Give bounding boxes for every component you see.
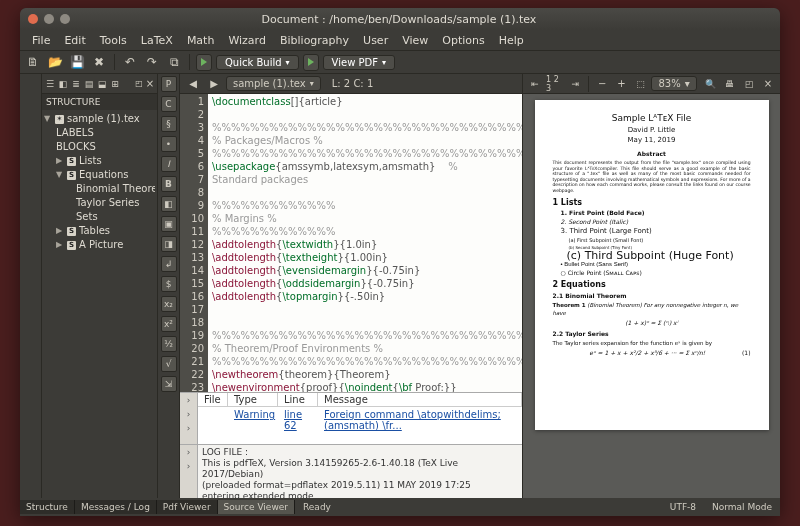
structure-close-icon[interactable]: × <box>145 79 155 89</box>
save-file-icon[interactable]: 💾 <box>68 53 86 71</box>
menu-tools[interactable]: Tools <box>94 32 133 49</box>
messages-col-type[interactable]: Type <box>228 393 278 406</box>
messages-chev-2[interactable]: › <box>187 407 191 421</box>
status-tab-messages[interactable]: Messages / Log <box>75 500 157 514</box>
messages-panel: › › › File Type Line Message W <box>180 392 522 444</box>
undo-icon[interactable]: ↶ <box>121 53 139 71</box>
pdf-search-icon[interactable]: 🔍 <box>703 75 719 93</box>
pdf-close-icon[interactable]: × <box>760 75 776 93</box>
new-file-icon[interactable]: 🗎 <box>24 53 42 71</box>
pdf-zoom-out-icon[interactable]: − <box>594 75 610 93</box>
structure-tool-5[interactable]: ⬓ <box>96 78 108 90</box>
tab-prev-icon[interactable]: ◀ <box>184 75 202 93</box>
open-file-icon[interactable]: 📂 <box>46 53 64 71</box>
quickbuild-dropdown[interactable]: Quick Build ▾ <box>216 55 299 70</box>
tree-sets[interactable]: Sets <box>44 210 155 224</box>
vtool-sup-icon[interactable]: x² <box>161 316 177 332</box>
pdf-popout-icon[interactable]: ◰ <box>741 75 757 93</box>
structure-tool-2[interactable]: ◧ <box>57 78 69 90</box>
status-encoding: UTF-8 <box>662 502 704 512</box>
vtool-section-icon[interactable]: § <box>161 116 177 132</box>
close-file-icon[interactable]: ✖ <box>90 53 108 71</box>
structure-tool-6[interactable]: ⊞ <box>109 78 121 90</box>
menu-user[interactable]: User <box>357 32 394 49</box>
pdf-zoom-dropdown[interactable]: 83% ▾ <box>651 76 696 91</box>
pdf-print-icon[interactable]: 🖶 <box>722 75 738 93</box>
vtool-chapter-icon[interactable]: C <box>161 96 177 112</box>
log-chev-2[interactable]: › <box>187 459 191 473</box>
status-tab-structure[interactable]: Structure <box>20 500 75 514</box>
structure-tool-3[interactable]: ≣ <box>70 78 82 90</box>
code-editor[interactable]: 1234567891011121314151617181920212223242… <box>180 94 522 392</box>
menu-view[interactable]: View <box>396 32 434 49</box>
menu-math[interactable]: Math <box>181 32 221 49</box>
vtool-frac-icon[interactable]: ½ <box>161 336 177 352</box>
code-area[interactable]: \documentclass[]{article} %%%%%%%%%%%%%%… <box>208 94 522 392</box>
pdf-fit-icon[interactable]: ⬚ <box>632 75 648 93</box>
tree-root[interactable]: ▼✶sample (1).tex <box>44 112 155 126</box>
status-tab-pdfviewer[interactable]: Pdf Viewer <box>157 500 218 514</box>
pdf-first-page-icon[interactable]: ⇤ <box>527 75 543 93</box>
messages-col-message[interactable]: Message <box>318 393 522 406</box>
tree-picture[interactable]: ▶SA Picture <box>44 238 155 252</box>
menu-bibliography[interactable]: Bibliography <box>274 32 355 49</box>
run-button[interactable] <box>196 54 212 71</box>
menu-latex[interactable]: LaTeX <box>135 32 179 49</box>
vtool-right-icon[interactable]: ◨ <box>161 236 177 252</box>
viewpdf-dropdown[interactable]: View PDF ▾ <box>323 55 395 70</box>
window-minimize-button[interactable] <box>44 14 54 24</box>
tree-taylor[interactable]: Taylor Series <box>44 196 155 210</box>
message-type: Warning <box>228 408 278 432</box>
pdf-title: Sample LᴬTᴇX File <box>553 114 751 122</box>
tree-equations[interactable]: ▼SEquations <box>44 168 155 182</box>
menu-wizard[interactable]: Wizard <box>222 32 272 49</box>
window-maximize-button[interactable] <box>60 14 70 24</box>
vtool-part-icon[interactable]: P <box>161 76 177 92</box>
vtool-bold-icon[interactable]: B <box>161 176 177 192</box>
tree-binomial[interactable]: Binomial Theorem <box>44 182 155 196</box>
pdf-zoom-in-icon[interactable]: + <box>613 75 629 93</box>
vtool-item-icon[interactable]: • <box>161 136 177 152</box>
redo-icon[interactable]: ↷ <box>143 53 161 71</box>
pdf-list-item: 2. Second Point (Italic) <box>561 218 751 226</box>
vtool-newline-icon[interactable]: ↲ <box>161 256 177 272</box>
status-ready: Ready <box>295 502 339 512</box>
menu-file[interactable]: File <box>26 32 56 49</box>
vtool-emph-icon[interactable]: I <box>161 156 177 172</box>
copy-icon[interactable]: ⧉ <box>165 53 183 71</box>
vtool-center-icon[interactable]: ▣ <box>161 216 177 232</box>
vtool-ref-icon[interactable]: ⇲ <box>161 376 177 392</box>
menu-help[interactable]: Help <box>493 32 530 49</box>
pdf-preview-panel: ⇤ 1 2 3 ⇥ − + ⬚ 83% ▾ 🔍 🖶 ◰ × Sample LᴬT… <box>522 74 780 498</box>
pdf-preview-body[interactable]: Sample LᴬTᴇX File David P. Little May 11… <box>523 94 780 498</box>
message-line: line 62 <box>278 408 318 432</box>
structure-popout-icon[interactable]: ◰ <box>134 79 144 89</box>
message-text: Foreign command \atopwithdelims;(amsmath… <box>318 408 522 432</box>
log-chev-1[interactable]: › <box>187 445 191 459</box>
document-tab[interactable]: sample (1).tex ▾ <box>226 76 321 91</box>
tree-labels[interactable]: LABELS <box>44 126 155 140</box>
window-close-button[interactable] <box>28 14 38 24</box>
vtool-sqrt-icon[interactable]: √ <box>161 356 177 372</box>
view-button[interactable] <box>303 54 319 71</box>
tree-tables[interactable]: ▶STables <box>44 224 155 238</box>
structure-tool-1[interactable]: ☰ <box>44 78 56 90</box>
pdf-last-page-icon[interactable]: ⇥ <box>567 75 583 93</box>
editor-tab-bar: ◀ ▶ sample (1).tex ▾ L: 2 C: 1 <box>180 74 522 94</box>
vtool-sub-icon[interactable]: x₂ <box>161 296 177 312</box>
left-activity-strip <box>20 74 42 498</box>
menu-options[interactable]: Options <box>436 32 490 49</box>
messages-chev-1[interactable]: › <box>187 393 191 407</box>
messages-row[interactable]: Warning line 62 Foreign command \atopwit… <box>198 407 522 433</box>
messages-chev-3[interactable]: › <box>187 421 191 435</box>
tree-lists[interactable]: ▶SLists <box>44 154 155 168</box>
vtool-math-icon[interactable]: $ <box>161 276 177 292</box>
messages-col-file[interactable]: File <box>198 393 228 406</box>
vtool-left-icon[interactable]: ◧ <box>161 196 177 212</box>
tab-next-icon[interactable]: ▶ <box>205 75 223 93</box>
tree-blocks[interactable]: BLOCKS <box>44 140 155 154</box>
structure-tool-4[interactable]: ▤ <box>83 78 95 90</box>
menu-edit[interactable]: Edit <box>58 32 91 49</box>
messages-col-line[interactable]: Line <box>278 393 318 406</box>
status-tab-sourceviewer[interactable]: Source Viewer <box>218 500 295 514</box>
